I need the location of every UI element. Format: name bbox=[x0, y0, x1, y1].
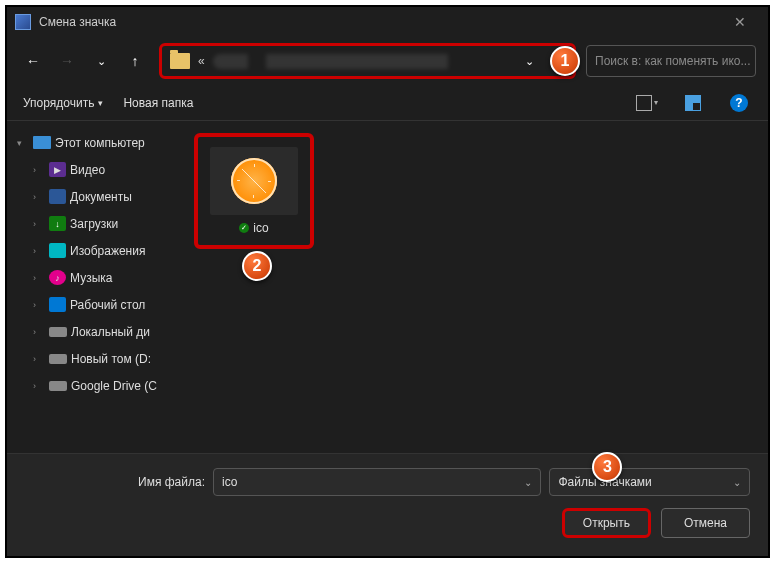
search-placeholder: Поиск в: как поменять ико... bbox=[595, 54, 750, 68]
file-list[interactable]: ✓ ico 2 bbox=[182, 121, 768, 453]
help-button[interactable]: ? bbox=[726, 90, 752, 116]
music-icon: ♪ bbox=[49, 270, 66, 285]
file-item-ico[interactable]: ✓ ico 2 bbox=[194, 133, 314, 249]
sidebar-item-desktop[interactable]: ›Рабочий стол bbox=[11, 291, 178, 318]
sidebar-item-downloads[interactable]: ›↓Загрузки bbox=[11, 210, 178, 237]
pictures-icon bbox=[49, 243, 66, 258]
recent-dropdown[interactable]: ⌄ bbox=[87, 47, 115, 75]
pc-icon bbox=[33, 136, 51, 149]
orange-icon bbox=[231, 158, 277, 204]
sidebar-item-local-disk[interactable]: ›Локальный ди bbox=[11, 318, 178, 345]
filename-input[interactable]: ico⌄ bbox=[213, 468, 541, 496]
up-button[interactable]: ↑ bbox=[121, 47, 149, 75]
sidebar-this-pc[interactable]: ▾ Этот компьютер bbox=[11, 129, 178, 156]
drive-icon bbox=[49, 327, 67, 337]
annotation-badge-1: 1 bbox=[550, 46, 580, 76]
app-icon bbox=[15, 14, 31, 30]
toolbar: Упорядочить ▾ Новая папка ▾ ? bbox=[7, 85, 768, 121]
drive-icon bbox=[49, 354, 67, 364]
sidebar-item-pictures[interactable]: ›Изображения bbox=[11, 237, 178, 264]
sidebar-item-music[interactable]: ›♪Музыка bbox=[11, 264, 178, 291]
sidebar-item-new-volume[interactable]: ›Новый том (D: bbox=[11, 345, 178, 372]
back-button[interactable]: ← bbox=[19, 47, 47, 75]
organize-menu[interactable]: Упорядочить ▾ bbox=[23, 96, 103, 110]
nav-bar: ← → ⌄ ↑ « ⌄ ⟳ 1 Поиск в: как поменять ик… bbox=[7, 37, 768, 85]
sidebar-item-video[interactable]: ›▶Видео bbox=[11, 156, 178, 183]
file-name-label: ✓ ico bbox=[239, 221, 268, 235]
downloads-icon: ↓ bbox=[49, 216, 66, 231]
address-bar[interactable]: « ⌄ ⟳ bbox=[159, 43, 576, 79]
video-icon: ▶ bbox=[49, 162, 66, 177]
sidebar-item-google-drive[interactable]: ›Google Drive (C bbox=[11, 372, 178, 399]
search-input[interactable]: Поиск в: как поменять ико... bbox=[586, 45, 756, 77]
chevron-down-icon[interactable]: ⌄ bbox=[515, 55, 544, 68]
documents-icon bbox=[49, 189, 66, 204]
drive-icon bbox=[49, 381, 67, 391]
titlebar: Смена значка ✕ bbox=[7, 7, 768, 37]
desktop-icon bbox=[49, 297, 66, 312]
filetype-filter[interactable]: Файлы значками⌄ 3 bbox=[549, 468, 750, 496]
annotation-badge-2: 2 bbox=[242, 251, 272, 281]
view-mode-button[interactable]: ▾ bbox=[634, 90, 660, 116]
filename-label: Имя файла: bbox=[25, 475, 205, 489]
window-title: Смена значка bbox=[39, 15, 116, 29]
sidebar: ▾ Этот компьютер ›▶Видео ›Документы ›↓За… bbox=[7, 121, 182, 453]
check-icon: ✓ bbox=[239, 223, 249, 233]
preview-pane-button[interactable] bbox=[680, 90, 706, 116]
close-button[interactable]: ✕ bbox=[720, 8, 760, 36]
file-thumbnail bbox=[210, 147, 298, 215]
forward-button[interactable]: → bbox=[53, 47, 81, 75]
path-blurred bbox=[213, 54, 507, 69]
new-folder-button[interactable]: Новая папка bbox=[123, 96, 193, 110]
open-button[interactable]: Открыть bbox=[562, 508, 651, 538]
file-open-dialog: Смена значка ✕ ← → ⌄ ↑ « ⌄ ⟳ 1 Поиск в: … bbox=[5, 5, 770, 558]
cancel-button[interactable]: Отмена bbox=[661, 508, 750, 538]
dialog-footer: Имя файла: ico⌄ Файлы значками⌄ 3 Открыт… bbox=[7, 453, 768, 556]
folder-icon bbox=[170, 53, 190, 69]
sidebar-item-documents[interactable]: ›Документы bbox=[11, 183, 178, 210]
help-icon: ? bbox=[730, 94, 748, 112]
